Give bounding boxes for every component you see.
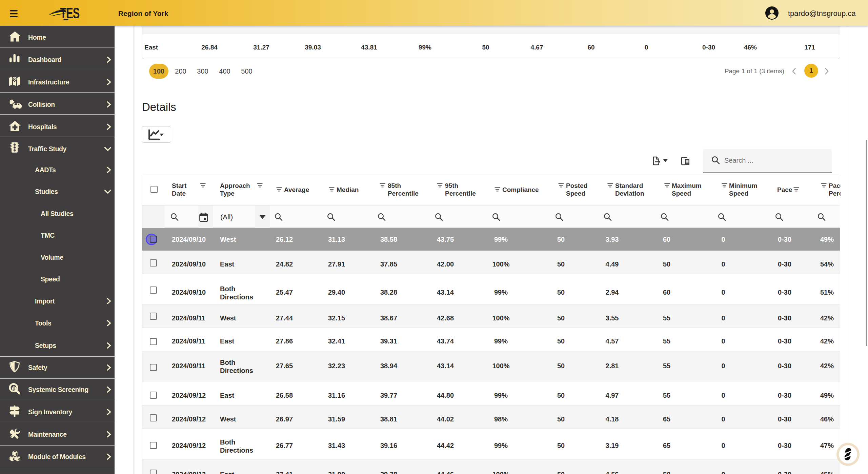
- svg-text:TES: TES: [60, 5, 80, 22]
